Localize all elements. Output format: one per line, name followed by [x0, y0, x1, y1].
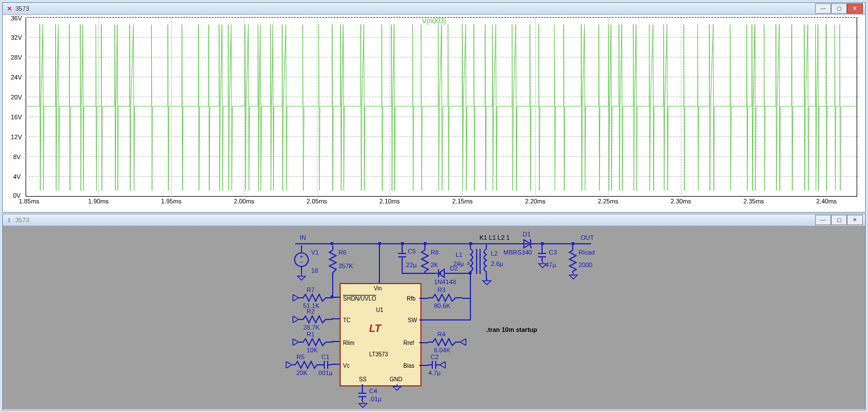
comp-val: 18	[311, 267, 318, 274]
svg-text:−: −	[300, 259, 303, 265]
pin-gnd: GND	[390, 376, 402, 382]
x-tick: 2.15ms	[452, 198, 473, 205]
wire	[402, 243, 403, 250]
comp-val: 2000	[578, 261, 592, 268]
y-tick: 28V	[11, 54, 22, 61]
comp-val: 6.04K	[434, 347, 450, 353]
capacitor-icon	[357, 390, 368, 401]
x-tick: 1.95ms	[161, 198, 181, 205]
wire	[470, 274, 471, 321]
y-tick: 36V	[11, 15, 22, 22]
ground-arrow-icon	[460, 339, 468, 346]
comp-ref: R6	[338, 249, 346, 256]
close-button[interactable]: ✕	[847, 3, 863, 14]
capacitor-icon	[396, 250, 408, 261]
waveform-trace	[26, 17, 856, 195]
schematic-titlebar[interactable]: ⟟ 3573 — ▢ ✕	[3, 214, 865, 226]
pin-tc: TC	[343, 317, 350, 323]
minimize-button[interactable]: —	[815, 215, 831, 225]
comp-ref: R2	[307, 308, 315, 315]
resistor-icon	[428, 293, 462, 302]
comp-val: 10K	[307, 347, 318, 353]
comp-val: .01µ	[369, 396, 382, 402]
pin-ss: SS	[359, 376, 366, 382]
x-tick: 1.90ms	[88, 198, 109, 205]
x-tick: 2.20ms	[525, 198, 545, 205]
waveform-window[interactable]: ✕ 3573 — ▢ ✕ V(n003) 36V 32V 28V 24V 20V…	[2, 2, 866, 213]
comp-val: .001µ	[317, 369, 333, 376]
y-tick: 12V	[11, 134, 22, 140]
comp-val: 1N4148	[434, 278, 456, 285]
ground-icon	[568, 273, 578, 280]
comp-note: a	[467, 260, 470, 266]
comp-ref: R1	[307, 331, 315, 338]
comp-val: 357K	[338, 263, 353, 269]
maximize-button[interactable]: ▢	[831, 3, 847, 14]
comp-ref: R5	[296, 353, 304, 360]
comp-ref: R3	[437, 286, 445, 293]
x-tick: 2.00ms	[234, 198, 254, 205]
comp-val: 80.6K	[434, 302, 450, 309]
comp-val: 20K	[296, 369, 308, 376]
comp-ref: C1	[321, 353, 329, 360]
y-tick: 24V	[11, 74, 22, 81]
core	[480, 249, 481, 274]
resistor-icon	[420, 248, 429, 273]
comp-val: 28.7K	[303, 324, 320, 331]
comp-ref: C5	[408, 248, 416, 255]
pin-shdn: SHDN/UVLO	[343, 296, 376, 302]
plot-area[interactable]: V(n003) 36V 32V 28V 24V 20V 16V 12V 8V 4…	[3, 15, 865, 211]
x-tick: 2.40ms	[816, 198, 837, 205]
resistor-icon	[568, 248, 577, 273]
x-tick: 2.25ms	[598, 198, 618, 205]
ic-part: LT3573	[369, 351, 388, 357]
scope-icon: ✕	[5, 5, 13, 13]
resistor-icon	[428, 338, 460, 347]
wire	[542, 244, 543, 250]
schottky-diode-icon	[519, 239, 534, 249]
wire	[419, 342, 428, 343]
schematic-canvas[interactable]: IN +− V1 18 R6 357K Vin SHDN/UVLO TC Rli…	[3, 226, 865, 409]
resistor-icon	[299, 338, 333, 347]
y-tick: 4V	[13, 173, 20, 180]
resistor-icon	[328, 245, 337, 280]
x-tick: 2.10ms	[379, 198, 400, 205]
minimize-button[interactable]: —	[815, 3, 831, 14]
x-tick: 2.35ms	[743, 198, 764, 205]
comp-val: 24µ	[453, 260, 464, 267]
resistor-icon	[299, 293, 333, 302]
wire	[462, 298, 471, 299]
comp-val: 4.7µ	[428, 369, 441, 376]
ground-icon	[538, 261, 548, 268]
diode-icon	[436, 268, 450, 278]
ground-icon	[392, 384, 402, 391]
wire	[424, 243, 425, 248]
schematic-window[interactable]: ⟟ 3573 — ▢ ✕ IN +− V1 18 R6 357K Vin SHD…	[2, 214, 866, 410]
net-label-in: IN	[300, 234, 306, 241]
comp-ref: C3	[549, 249, 557, 256]
net-label-out: OUT	[581, 234, 594, 241]
resistor-icon	[292, 360, 320, 369]
pin-rfb: Rfb	[407, 296, 416, 302]
comp-val: 2K	[431, 261, 438, 268]
waveform-titlebar[interactable]: ✕ 3573 — ▢ ✕	[3, 3, 865, 15]
capacitor-icon	[320, 359, 332, 371]
ic-ref: U1	[376, 307, 383, 313]
wire	[379, 243, 380, 283]
close-button[interactable]: ✕	[847, 215, 863, 225]
wire	[402, 261, 403, 273]
node	[330, 296, 333, 298]
y-tick: 16V	[11, 114, 22, 120]
comp-ref: L2	[491, 250, 498, 257]
comp-ref: C2	[431, 353, 439, 360]
comp-val: .22µ	[404, 261, 417, 268]
core	[476, 249, 477, 274]
x-tick: 2.30ms	[671, 198, 691, 205]
maximize-button[interactable]: ▢	[831, 215, 847, 225]
y-tick: 32V	[11, 34, 22, 41]
wire	[470, 243, 471, 249]
pin-rlim: Rlim	[343, 340, 354, 346]
voltage-source-icon: +−	[293, 245, 310, 274]
spice-directive[interactable]: .tran 10m startup	[486, 326, 537, 333]
wire	[332, 364, 340, 365]
